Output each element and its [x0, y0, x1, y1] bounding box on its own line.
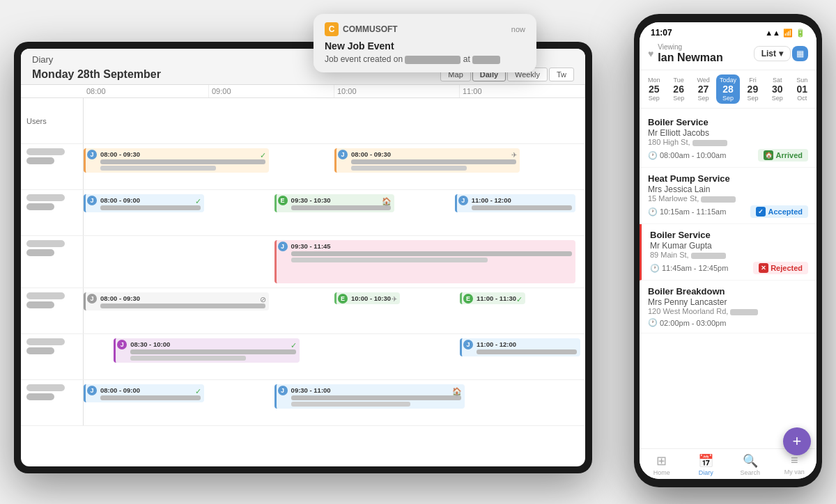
- plane-icon: ✈: [392, 295, 397, 303]
- calendar-view-btn[interactable]: ▦: [792, 46, 808, 61]
- redacted-date: [405, 56, 460, 64]
- job-card[interactable]: Boiler Breakdown Mrs Penny Lancaster 120…: [640, 281, 816, 333]
- event-time: 08:00 - 09:30: [100, 150, 265, 158]
- nav-label-home: Home: [653, 469, 670, 476]
- nav-item-diary[interactable]: 📅 Diary: [684, 453, 729, 476]
- event-block[interactable]: J 08:00 - 09:30 ✓: [84, 148, 269, 173]
- event-bar: [100, 166, 216, 171]
- notification-time: now: [511, 25, 525, 33]
- job-type: Boiler Breakdown: [648, 286, 808, 297]
- event-block[interactable]: J 09:30 - 11:00 🏠: [274, 384, 465, 409]
- myvan-nav-icon: ≡: [791, 453, 798, 468]
- job-card[interactable]: Boiler Service Mr Elliott Jacobs 180 Hig…: [640, 111, 816, 168]
- day-name: Tue: [668, 77, 688, 84]
- search-nav-icon: 🔍: [743, 453, 758, 468]
- event-time: 11:00 - 12:00: [477, 340, 577, 348]
- address-redacted: [692, 140, 727, 146]
- user-label-2: [21, 190, 84, 235]
- date-item-sun[interactable]: Sun 01 Oct: [791, 74, 814, 104]
- event-block[interactable]: J 11:00 - 12:00: [460, 338, 580, 356]
- event-block[interactable]: J 11:00 - 12:00: [455, 194, 575, 212]
- job-card[interactable]: Boiler Service Mr Kumar Gupta 89 Main St…: [640, 224, 816, 281]
- job-client: Mrs Penny Lancaster: [648, 297, 808, 307]
- time-cells-1: J 08:00 - 09:30 ✓ J 08:00 - 09:30: [84, 144, 585, 189]
- clock-icon: 🕐: [648, 151, 658, 160]
- address-redacted: [730, 309, 758, 315]
- list-view-btn[interactable]: List ▾: [754, 46, 791, 61]
- date-item-today[interactable]: Today 28 Sep: [716, 74, 739, 104]
- job-time-row: 🕐 02:00pm - 03:00pm: [648, 318, 808, 327]
- add-job-fab[interactable]: +: [783, 427, 811, 455]
- day-name: Sat: [767, 77, 787, 84]
- event-block[interactable]: J 08:00 - 09:30 ⊘: [84, 292, 269, 310]
- nav-item-home[interactable]: ⊞ Home: [640, 453, 684, 476]
- event-bar: [351, 166, 467, 171]
- check-icon: ✓: [195, 387, 201, 396]
- event-time: 09:30 - 11:45: [291, 242, 572, 250]
- address-redacted: [691, 253, 726, 259]
- event-block[interactable]: J 08:30 - 10:00 ✓: [114, 338, 299, 363]
- status-label: Rejected: [771, 264, 803, 272]
- date-item-tue[interactable]: Tue 26 Sep: [667, 74, 690, 104]
- event-time: 08:00 - 09:00: [100, 386, 201, 394]
- status-badge: ✕ Rejected: [753, 262, 808, 274]
- user-bar: [26, 157, 54, 164]
- user-bar: [26, 203, 54, 210]
- date-number: 25: [644, 84, 664, 95]
- job-card[interactable]: Heat Pump Service Mrs Jessica Lain 15 Ma…: [640, 168, 816, 224]
- job-time: 🕐 11:45am - 12:45pm: [650, 264, 728, 273]
- job-client: Mr Elliott Jacobs: [648, 128, 808, 138]
- date-number: 26: [668, 84, 688, 95]
- event-block[interactable]: J 08:00 - 09:00 ✓: [84, 194, 204, 212]
- event-block[interactable]: E 10:00 - 10:30 ✈: [334, 292, 400, 304]
- table-row: J 08:30 - 10:00 ✓ J 11:00 - 12:00: [21, 334, 585, 380]
- nav-item-myvan[interactable]: ≡ My van: [773, 453, 817, 476]
- date-item-fri[interactable]: Fri 29 Sep: [741, 74, 764, 104]
- event-time: 11:00 - 11:30: [477, 294, 522, 302]
- event-bar: [100, 395, 201, 400]
- date-month: Sep: [718, 95, 738, 102]
- job-time-row: 🕐 08:00am - 10:00am 🏠 Arrived: [648, 149, 808, 162]
- users-header-row: Users: [21, 98, 585, 144]
- event-time: 09:30 - 10:30: [291, 196, 392, 204]
- grid-body: Users J 08:00 - 09:30: [21, 98, 585, 466]
- check-icon: ✓: [260, 151, 266, 160]
- nav-item-search[interactable]: 🔍 Search: [728, 453, 773, 476]
- cancel-icon: ⊘: [260, 295, 266, 304]
- event-bar: [291, 395, 462, 400]
- event-block[interactable]: E 11:00 - 11:30 ✓: [460, 292, 525, 304]
- date-month: Sep: [693, 95, 713, 102]
- tw-view-btn[interactable]: Tw: [549, 68, 574, 81]
- notification-popup: C COMMUSOFT now New Job Event Job event …: [314, 14, 536, 72]
- event-bar: [100, 159, 265, 164]
- event-block[interactable]: J 08:00 - 09:30 ✈: [334, 148, 520, 173]
- job-address: 89 Main St,: [650, 251, 808, 259]
- status-label: Accepted: [768, 207, 803, 216]
- nav-label-search: Search: [740, 469, 760, 476]
- user-bar: [26, 393, 54, 400]
- date-number: 29: [743, 84, 763, 95]
- date-item-sat[interactable]: Sat 30 Sep: [766, 74, 789, 104]
- date-month: Sep: [668, 95, 688, 102]
- date-item-wed[interactable]: Wed 27 Sep: [692, 74, 715, 104]
- date-number: 01: [792, 84, 812, 95]
- event-block[interactable]: J 09:30 - 11:45: [274, 240, 575, 283]
- event-bar: [100, 205, 201, 210]
- event-time: 08:00 - 09:30: [100, 294, 265, 302]
- date-item-mon[interactable]: Mon 25 Sep: [642, 74, 665, 104]
- notification-body: Job event created on at: [325, 54, 525, 64]
- phone-time: 11:07: [651, 28, 672, 38]
- clock-icon: 🕐: [650, 264, 660, 273]
- time-label-3: 11:00: [460, 85, 585, 97]
- notification-header: C COMMUSOFT now: [325, 22, 525, 36]
- status-icons: ▲▲ 📶 🔋: [765, 29, 805, 38]
- date-month: Sep: [644, 95, 664, 102]
- date-number: 27: [693, 84, 713, 95]
- job-address: 180 High St,: [648, 138, 808, 146]
- event-bar: [130, 356, 246, 361]
- time-header: 08:00 09:00 10:00 11:00: [21, 85, 585, 98]
- users-label: Users: [21, 98, 84, 143]
- tablet-frame: Diary Monday 28th September Map Daily We…: [14, 42, 592, 473]
- event-block[interactable]: J 08:00 - 09:00 ✓: [84, 384, 204, 402]
- event-block[interactable]: E 09:30 - 10:30 🏠: [274, 194, 395, 212]
